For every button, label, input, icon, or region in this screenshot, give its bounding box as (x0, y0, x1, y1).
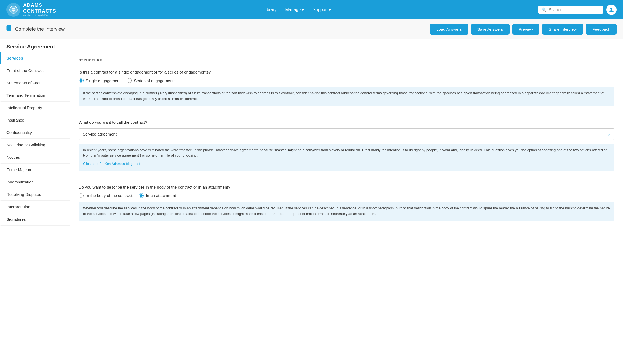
main-content: Services Front of the Contract Statement… (0, 52, 623, 364)
question-block-3: Do you want to describe the services in … (79, 185, 614, 221)
brand-sub: a division of LegalSifter (23, 14, 56, 17)
question-text-2: What do you want to call the contract? (79, 120, 614, 124)
sidebar-item-term-and-termination[interactable]: Term and Termination (0, 89, 70, 102)
radio-series-engagements[interactable]: Series of engagements (127, 78, 175, 83)
page-header: Service Agreement (0, 39, 623, 52)
sidebar-item-statements-of-fact[interactable]: Statements of Fact (0, 77, 70, 89)
radio-input-body[interactable] (79, 193, 84, 198)
toolbar-title-area: Complete the Interview (6, 25, 427, 34)
hint-box-1: If the parties contemplate engaging in a… (79, 87, 614, 106)
radio-group-3: In the body of the contract In an attach… (79, 193, 614, 198)
main-nav: Library Manage ▾ Support ▾ (67, 7, 528, 12)
toolbar-title: Complete the Interview (15, 26, 65, 32)
share-interview-button[interactable]: Share Interview (542, 24, 583, 35)
sidebar: Services Front of the Contract Statement… (0, 52, 70, 364)
logo-icon (6, 3, 20, 17)
save-answers-button[interactable]: Save Answers (471, 24, 510, 35)
toolbar: Complete the Interview Load Answers Save… (0, 19, 623, 39)
logo-area: ADAMSCONTRACTS a division of LegalSifter (6, 2, 56, 17)
sidebar-item-indemnification[interactable]: Indemnification (0, 176, 70, 188)
sidebar-item-interpretation[interactable]: Interpretation (0, 201, 70, 213)
separator-2 (79, 178, 614, 178)
sidebar-item-front-of-contract[interactable]: Front of the Contract (0, 64, 70, 77)
nav-manage[interactable]: Manage ▾ (285, 7, 304, 12)
nav-support[interactable]: Support ▾ (313, 7, 331, 12)
svg-point-3 (14, 9, 15, 9)
sidebar-item-force-majeure[interactable]: Force Majeure (0, 164, 70, 176)
question-block-2: What do you want to call the contract? S… (79, 120, 614, 171)
chevron-down-icon: ▾ (302, 7, 304, 12)
question-text-1: Is this a contract for a single engageme… (79, 70, 614, 74)
blog-link[interactable]: Click here for Ken Adams's blog post (83, 161, 140, 167)
radio-input-attachment[interactable] (139, 193, 144, 198)
sidebar-item-services[interactable]: Services (0, 52, 70, 64)
nav-library[interactable]: Library (264, 7, 277, 12)
sidebar-item-signatures[interactable]: Signatures (0, 213, 70, 226)
radio-label-single: Single engagement (86, 78, 120, 83)
page-title: Service Agreement (6, 44, 617, 50)
sidebar-item-confidentiality[interactable]: Confidentiality (0, 126, 70, 139)
svg-rect-7 (7, 28, 10, 28)
radio-single-engagement[interactable]: Single engagement (79, 78, 120, 83)
chevron-down-icon: ▾ (329, 7, 331, 12)
svg-point-1 (12, 9, 13, 9)
content-area: STRUCTURE Is this a contract for a singl… (70, 52, 623, 364)
select-wrapper: Service agreement Master service agreeme… (79, 128, 614, 140)
radio-group-1: Single engagement Series of engagements (79, 78, 614, 83)
logo-text: ADAMSCONTRACTS a division of LegalSifter (23, 2, 56, 17)
search-box: 🔍 (538, 6, 603, 14)
sidebar-item-no-hiring[interactable]: No Hiring or Soliciting (0, 139, 70, 151)
sidebar-item-notices[interactable]: Notices (0, 151, 70, 164)
hint-box-2: In recent years, some organizations have… (79, 144, 614, 171)
hint-box-3: Whether you describe the services in the… (79, 202, 614, 221)
question-text-3: Do you want to describe the services in … (79, 185, 614, 189)
contract-name-select[interactable]: Service agreement Master service agreeme… (79, 128, 614, 140)
sidebar-item-resolving-disputes[interactable]: Resolving Disputes (0, 188, 70, 201)
search-input[interactable] (549, 8, 600, 12)
svg-rect-6 (7, 27, 10, 27)
preview-button[interactable]: Preview (512, 24, 539, 35)
sidebar-item-insurance[interactable]: Insurance (0, 114, 70, 126)
question-block-1: Is this a contract for a single engageme… (79, 70, 614, 106)
radio-attachment[interactable]: In an attachment (139, 193, 176, 198)
radio-body-of-contract[interactable]: In the body of the contract (79, 193, 132, 198)
load-answers-button[interactable]: Load Answers (430, 24, 468, 35)
header-right: 🔍 (538, 5, 617, 15)
radio-label-series: Series of engagements (134, 78, 175, 83)
brand-name: ADAMSCONTRACTS (23, 2, 56, 14)
radio-label-body: In the body of the contract (86, 193, 132, 198)
svg-rect-8 (7, 29, 9, 29)
toolbar-buttons: Load Answers Save Answers Preview Share … (430, 24, 617, 35)
document-icon (6, 25, 12, 34)
feedback-button[interactable]: Feedback (586, 24, 617, 35)
search-icon: 🔍 (542, 7, 547, 12)
header: ADAMSCONTRACTS a division of LegalSifter… (0, 0, 623, 19)
svg-point-4 (610, 8, 612, 10)
user-avatar[interactable] (606, 5, 617, 15)
separator-1 (79, 113, 614, 113)
svg-point-2 (13, 9, 14, 9)
sidebar-item-intellectual-property[interactable]: Intellectual Property (0, 102, 70, 114)
radio-input-series[interactable] (127, 78, 132, 83)
radio-input-single[interactable] (79, 78, 84, 83)
radio-label-attachment: In an attachment (146, 193, 176, 198)
section-label: STRUCTURE (79, 58, 614, 64)
